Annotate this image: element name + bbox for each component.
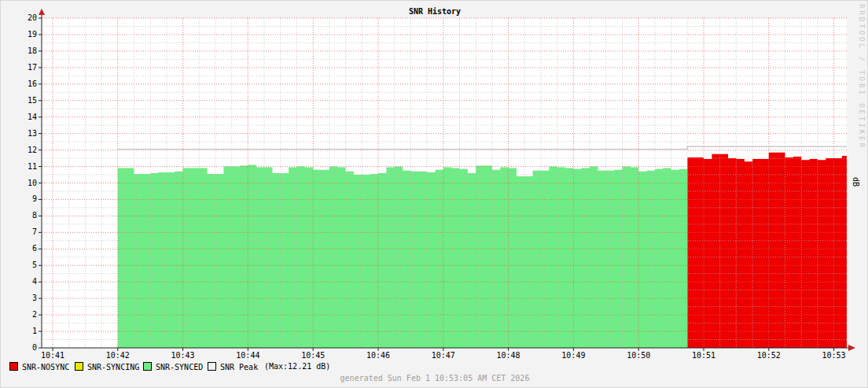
legend-label: SNR Peak [220, 363, 258, 371]
snr-history-chart [1, 1, 868, 388]
legend-item-synced: SNR-SYNCED [143, 362, 203, 371]
legend-item-peak: SNR Peak [208, 362, 258, 371]
y-tick-label: 8 [1, 211, 37, 220]
y-tick-label: 2 [1, 310, 37, 320]
legend-item-syncing: SNR-SYNCING [75, 362, 139, 371]
rrdtool-watermark: RRDTOOL / TOBI OETIKER [858, 4, 866, 150]
y-tick-label: 4 [1, 277, 37, 286]
y-tick-label: 15 [1, 96, 37, 105]
x-tick-label: 10:52 [745, 351, 793, 360]
page-title: SNR History [1, 7, 868, 16]
snr-history-graph: SNR History 0123456789101112131415161718… [0, 0, 868, 388]
y-tick-label: 7 [1, 227, 37, 237]
legend-label: SNR-SYNCING [87, 363, 139, 371]
x-tick-label: 10:51 [680, 351, 727, 360]
x-tick-label: 10:47 [420, 351, 467, 360]
generated-timestamp: generated Sun Feb 1 10:53:05 AM CET 2026 [1, 374, 868, 382]
x-tick-label: 10:50 [615, 351, 662, 360]
legend-label: SNR-SYNCED [156, 363, 203, 371]
legend-swatch-peak [208, 362, 216, 371]
x-tick-label: 10:48 [485, 351, 532, 360]
y-tick-label: 19 [1, 30, 37, 39]
legend-max-note: (Max:12.21 dB) [264, 362, 330, 371]
y-tick-label: 20 [1, 13, 37, 23]
y-tick-label: 16 [1, 79, 37, 89]
y-tick-label: 11 [1, 162, 37, 172]
y-tick-label: 10 [1, 179, 37, 188]
x-tick-label: 10:45 [289, 351, 337, 360]
y-tick-label: 12 [1, 146, 37, 155]
legend-swatch-green [143, 362, 152, 371]
x-tick-label: 10:41 [29, 351, 76, 360]
y-tick-label: 13 [1, 129, 37, 139]
y-tick-label: 3 [1, 294, 37, 303]
x-tick-label: 10:42 [94, 351, 142, 360]
x-tick-label: 10:44 [224, 351, 271, 360]
y-tick-label: 18 [1, 46, 37, 56]
legend-item-nosync: SNR-NOSYNC [9, 362, 69, 371]
y-axis-unit-label: dB [851, 177, 860, 187]
y-tick-label: 9 [1, 194, 37, 204]
y-tick-label: 14 [1, 113, 37, 122]
y-tick-label: 6 [1, 244, 37, 253]
y-tick-label: 5 [1, 261, 37, 270]
legend-swatch-red [9, 362, 18, 371]
y-tick-label: 1 [1, 327, 37, 336]
legend-swatch-yellow [75, 362, 83, 371]
legend-label: SNR-NOSYNC [22, 363, 69, 371]
x-tick-label: 10:53 [811, 351, 858, 360]
x-tick-label: 10:49 [550, 351, 597, 360]
x-tick-label: 10:46 [355, 351, 402, 360]
y-tick-label: 17 [1, 63, 37, 72]
x-tick-label: 10:43 [160, 351, 207, 360]
